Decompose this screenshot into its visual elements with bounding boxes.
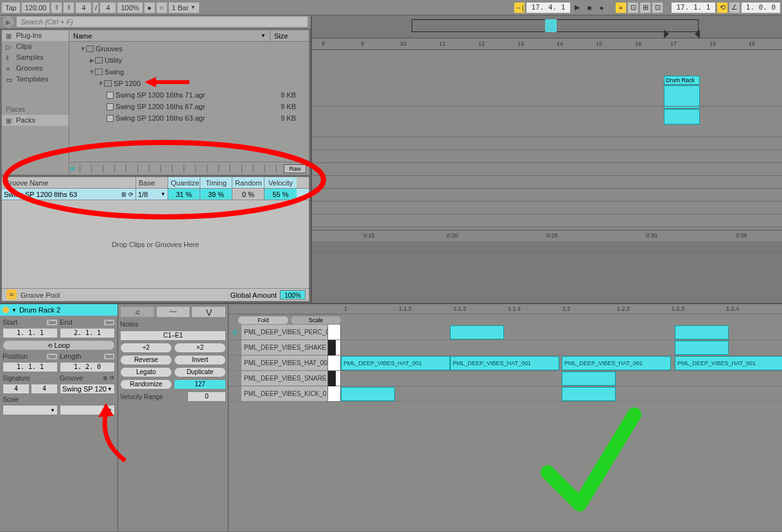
loop-brace[interactable] [664,30,700,39]
clip-groove-selector[interactable]: Swing SP 120▼ [60,384,115,394]
set-len[interactable]: Set [103,353,115,360]
tree-file-0[interactable]: Swing SP 1200 16ths 71.agr9 KB [69,89,309,101]
loop-start[interactable]: 17. 1. 1 [671,2,716,13]
tap-button[interactable]: Tap [1,2,21,13]
groove-base[interactable]: 1/8▼ [136,189,168,200]
key-kick[interactable] [328,386,341,401]
nudge-up[interactable]: ⦀ [63,2,74,13]
tree-swing[interactable]: ▼ Swing [69,66,309,78]
scale-toggle[interactable]: Scale [290,316,342,325]
col-size[interactable]: Size [270,30,309,41]
set-start[interactable]: Set [46,319,58,326]
btn-invert[interactable]: Invert [174,355,226,365]
metronome-toggle[interactable]: ● [144,2,155,13]
clip-length[interactable]: 1. 2. 0 [60,362,115,372]
overdub-toggle[interactable]: + [615,2,627,13]
groove-drop-zone[interactable]: Drop Clips or Grooves Here [2,200,309,288]
groove-random[interactable]: 0 % [232,189,265,200]
clip-loop-toggle[interactable]: ⟲ Loop [3,340,115,350]
place-packs[interactable]: ⊞Packs [2,115,69,126]
clip-scale[interactable]: ▼ [3,405,58,415]
stop-button[interactable]: ■ [584,2,595,13]
preview-play[interactable]: ▶ [3,16,14,28]
btn-reverse[interactable]: Reverse [120,355,172,365]
note[interactable] [341,387,395,401]
sig-numerator[interactable]: 4 [75,2,92,13]
arrangement-view[interactable]: 8 9 10 11 12 13 14 15 16 17 18 19 Drum R… [311,15,782,303]
arrangement-tracks[interactable]: Drum Rack [312,50,782,230]
arrangement-overview[interactable] [312,15,782,39]
row-kick[interactable]: PML_DEEP_VIBES_KICK_0 [241,386,328,401]
arrangement-position[interactable]: 17. 4. 1 [526,2,571,13]
note[interactable] [675,341,729,355]
quantize-menu[interactable]: 1 Bar ▼ [168,2,200,13]
loop-length[interactable]: 1. 0. 0 [741,2,781,13]
punch-in[interactable]: ∠ [729,2,740,13]
loop-toggle[interactable]: ⟲ [717,2,728,13]
key-snare[interactable] [328,371,341,386]
play-button[interactable]: ▶ [571,2,583,13]
col-name[interactable]: Name▼ [69,30,270,41]
nudge-down[interactable]: ⦀ [51,2,62,13]
note-range[interactable]: C1–E1 [120,330,226,341]
cat-samples[interactable]: ⦀Samples [2,52,69,63]
record-button[interactable]: ● [596,2,607,13]
cat-grooves[interactable]: ≈Grooves [2,63,69,74]
key-perc[interactable] [328,325,341,339]
follow-toggle[interactable]: →| [514,2,525,13]
gp-col-timing[interactable]: Timing [200,177,232,188]
note[interactable] [562,387,616,401]
note-hat[interactable]: PML_DEEP_VIBES_HAT_001 [450,356,559,370]
bar-ruler[interactable]: 8 9 10 11 12 13 14 15 16 17 18 19 [312,39,782,50]
randomize-value[interactable]: 127 [174,379,226,390]
note[interactable] [675,325,729,339]
row-shaker[interactable]: PML_DEEP_VIBES_SHAKE [241,340,328,355]
tree-utility[interactable]: ▶ Utility [69,55,309,66]
gp-col-velocity[interactable]: Velocity [265,177,297,188]
cat-clips[interactable]: ▷Clips [2,41,69,52]
clip-activator[interactable] [3,307,9,313]
cat-plugins[interactable]: ⊞Plug-Ins [2,30,69,41]
note[interactable] [562,372,616,386]
tree-file-2[interactable]: Swing SP 1200 16ths 63.agr9 KB [69,112,309,124]
gp-col-name[interactable]: Groove Name [2,177,136,188]
clip-sig-num[interactable]: 4 [3,384,30,394]
note-row-play[interactable]: ◉ [232,328,238,336]
row-snare[interactable]: PML_DEEP_VIBES_SNARE [241,371,328,386]
note[interactable] [450,325,504,339]
tree-grooves[interactable]: ▼ Grooves [69,43,309,55]
tempo-field[interactable]: 120.00 [21,2,51,13]
btn-double[interactable]: ×2 [174,343,226,353]
clip-scale-mode[interactable]: ▼ [60,405,115,415]
automation-arm[interactable]: ⊡ [627,2,639,13]
metronome-pct[interactable]: 100% [117,2,143,13]
groove-timing[interactable]: 39 % [200,189,232,200]
btn-duplicate[interactable]: Duplicate [174,367,226,377]
waveform-preview[interactable] [80,165,280,173]
tab-envelope[interactable]: 〰 [156,306,191,318]
groove-row[interactable]: Swing SP 1200 8ths 63⊞ ⟳ 1/8▼ 31 % 39 % … [2,189,309,200]
row-hat[interactable]: PML_DEEP_VIBES_HAT_00 [241,356,328,370]
session-record[interactable]: ⊞ [639,2,651,13]
key-hat[interactable] [328,356,341,370]
tab-other[interactable]: ⋁ [191,306,226,318]
global-amount[interactable]: 100% [280,290,306,300]
note-hat[interactable]: PML_DEEP_VIBES_HAT_001 [341,356,450,370]
preview-play-small[interactable]: ◉ [69,164,76,173]
clip-position[interactable]: 1. 1. 1 [3,362,58,372]
row-perc[interactable]: PML_DEEP_VIBES_PERC_0 [241,325,328,339]
btn-half[interactable]: ÷2 [120,343,172,353]
gp-col-random[interactable]: Random [232,177,265,188]
clip-start[interactable]: 1. 1. 1 [3,328,58,338]
tab-notes[interactable]: ♫ [120,306,155,318]
gp-col-quantize[interactable]: Quantize [168,177,200,188]
set-pos[interactable]: Set [46,353,58,360]
cat-templates[interactable]: ▭Templates [2,74,69,85]
note-hat[interactable]: PML_DEEP_VIBES_HAT_001 [675,356,782,370]
raw-toggle[interactable]: Raw [284,164,306,173]
midi-ruler[interactable]: 1 1.1.2 1.1.3 1.1.4 1.2 1.2.2 1.2.3 1.2.… [229,304,782,314]
set-end[interactable]: Set [103,319,115,326]
midi-note-editor[interactable]: 1 1.1.2 1.1.3 1.1.4 1.2 1.2.2 1.2.3 1.2.… [229,304,782,531]
tree-sp1200[interactable]: ▼ SP 1200 [69,78,309,89]
sig-denominator[interactable]: 4 [100,2,116,13]
